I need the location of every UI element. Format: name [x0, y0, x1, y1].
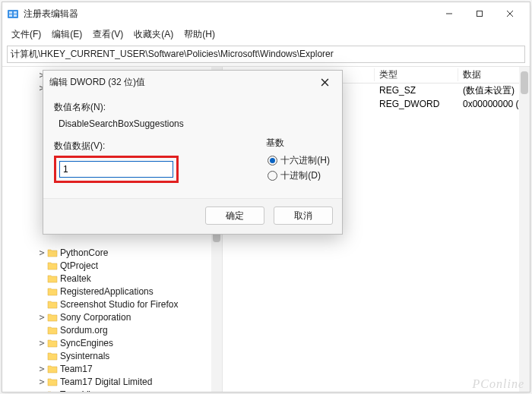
tree-item[interactable]: >Sony Corporation: [2, 310, 222, 323]
folder-icon: [47, 287, 58, 296]
values-scrollbar[interactable]: [519, 67, 530, 392]
tree-item[interactable]: >PythonCore: [2, 246, 222, 259]
folder-icon: [47, 274, 58, 283]
svg-rect-0: [8, 10, 18, 18]
tree-item-label: Sysinternals: [60, 351, 109, 361]
value-data-input[interactable]: [59, 161, 173, 178]
tree-item-label: Sony Corporation: [60, 312, 131, 323]
tree-item-label: Screenshot Studio for Firefox: [60, 299, 178, 310]
tree-item[interactable]: RegisteredApplications: [2, 285, 222, 298]
folder-icon: [47, 351, 58, 361]
folder-icon: [47, 248, 58, 257]
highlight-annotation: [54, 156, 179, 183]
folder-icon: [47, 390, 58, 392]
title-bar: 注册表编辑器: [2, 2, 530, 25]
radio-dec-label: 十进制(D): [280, 169, 321, 182]
col-type[interactable]: 类型: [375, 68, 458, 81]
svg-rect-3: [9, 14, 12, 17]
folder-icon: [47, 261, 58, 270]
dialog-close-button[interactable]: [313, 71, 336, 93]
address-bar[interactable]: 计算机\HKEY_CURRENT_USER\Software\Policies\…: [7, 46, 525, 63]
folder-icon: [47, 377, 58, 386]
tree-item-label: Team17 Digital Limited: [60, 377, 152, 387]
app-icon: [7, 8, 19, 20]
dialog-title: 编辑 DWORD (32 位)值: [49, 76, 313, 89]
folder-icon: [47, 300, 58, 309]
tree-item[interactable]: >TeamViewer: [2, 388, 222, 392]
value-type-cell: REG_DWORD: [375, 99, 458, 109]
value-type-cell: REG_SZ: [375, 85, 458, 96]
tree-item[interactable]: >SyncEngines: [2, 336, 222, 349]
svg-rect-2: [14, 11, 17, 14]
folder-icon: [47, 364, 58, 374]
tree-item[interactable]: Realtek: [2, 272, 222, 285]
menu-view[interactable]: 查看(V): [88, 27, 128, 43]
radio-dec-indicator: [268, 171, 277, 181]
tree-item-label: Team17: [60, 364, 93, 374]
ok-button[interactable]: 确定: [205, 206, 264, 225]
tree-item[interactable]: QtProject: [2, 259, 222, 272]
tree-item[interactable]: >Team17 Digital Limited: [2, 375, 222, 388]
folder-icon: [47, 313, 58, 322]
tree-item-label: SyncEngines: [60, 338, 113, 348]
radio-hex[interactable]: 十六进制(H): [268, 154, 330, 167]
radio-hex-label: 十六进制(H): [280, 154, 330, 167]
window-controls: [434, 3, 525, 24]
menu-favorites[interactable]: 收藏夹(A): [129, 27, 178, 43]
tree-item-label: TeamViewer: [60, 389, 110, 392]
close-button[interactable]: [495, 3, 525, 24]
menu-edit[interactable]: 编辑(E): [47, 27, 87, 43]
window-title: 注册表编辑器: [24, 8, 434, 20]
tree-item-label: QtProject: [60, 260, 98, 271]
base-group: 基数 十六进制(H) 十进制(D): [264, 135, 331, 191]
radio-dec[interactable]: 十进制(D): [268, 169, 330, 182]
menu-help[interactable]: 帮助(H): [179, 27, 220, 43]
value-data-label: 数值数据(V):: [54, 140, 248, 153]
tree-item[interactable]: Sysinternals: [2, 349, 222, 362]
value-name-label: 数值名称(N):: [54, 101, 331, 114]
svg-rect-1: [9, 11, 12, 14]
maximize-button[interactable]: [464, 3, 495, 24]
minimize-button[interactable]: [434, 3, 464, 24]
dialog-title-bar: 编辑 DWORD (32 位)值: [43, 71, 342, 93]
tree-item-label: Sordum.org: [60, 325, 108, 336]
menu-bar: 文件(F) 编辑(E) 查看(V) 收藏夹(A) 帮助(H): [2, 25, 530, 44]
folder-icon: [47, 326, 58, 335]
svg-rect-6: [477, 11, 483, 17]
cancel-button[interactable]: 取消: [274, 206, 333, 225]
radio-hex-indicator: [268, 156, 277, 165]
edit-dword-dialog: 编辑 DWORD (32 位)值 数值名称(N): DisableSearchB…: [43, 70, 343, 235]
tree-item-label: RegisteredApplications: [60, 286, 154, 297]
base-label: 基数: [266, 137, 330, 150]
tree-item[interactable]: Sordum.org: [2, 323, 222, 336]
svg-rect-4: [14, 14, 17, 17]
folder-icon: [47, 339, 58, 348]
tree-item-label: Realtek: [60, 273, 91, 284]
tree-item[interactable]: >Team17: [2, 362, 222, 375]
value-name-field: DisableSearchBoxSuggestions: [54, 117, 331, 135]
menu-file[interactable]: 文件(F): [7, 27, 46, 43]
tree-item[interactable]: Screenshot Studio for Firefox: [2, 298, 222, 310]
tree-item-label: PythonCore: [60, 247, 108, 258]
